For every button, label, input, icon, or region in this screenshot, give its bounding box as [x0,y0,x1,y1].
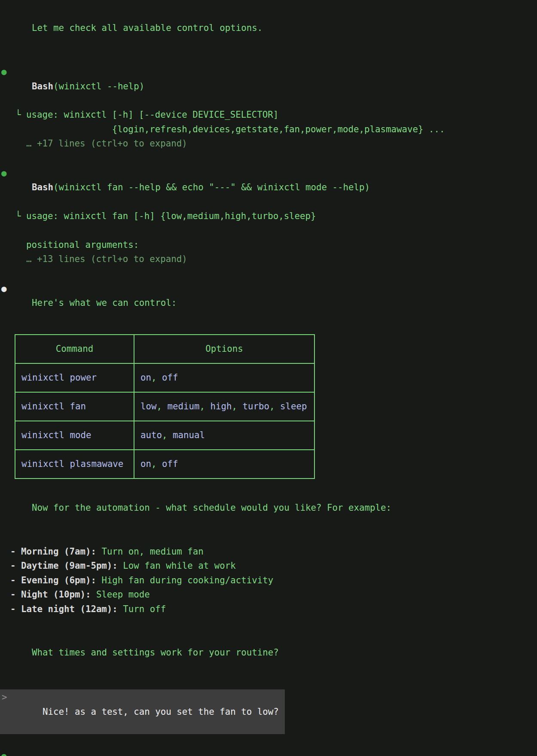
user-message-text: Nice! as a test, can you set the fan to … [43,707,279,717]
tool-bullet-icon: ● [1,166,7,180]
table-cell-command: winixctl power [15,363,134,392]
message-bullet-icon: ● [1,282,7,296]
table-row: winixctl plasmawaveon, off [15,450,314,479]
table-cell-options: on, off [134,363,314,392]
schedule-item: - Night (10pm): Sleep mode [0,588,537,602]
control-table-body: winixctl poweron, offwinixctl fanlow, me… [15,363,314,479]
tool-call-bash-fan-mode-help: ●Bash(winixctl fan --help && echo "---" … [0,166,537,209]
schedule-item: - Late night (12am): Turn off [0,602,537,616]
table-cell-options: on, off [134,450,314,479]
table-row: winixctl fanlow, medium, high, turbo, sl… [15,392,314,421]
schedule-desc: Low fan while at work [118,561,236,571]
table-header-command: Command [15,335,134,363]
assistant-message-control-heading: ●Here's what we can control: [0,282,537,325]
schedule-label: - Night (10pm): [10,589,91,600]
table-cell-options: auto, manual [134,421,314,450]
assistant-text: Here's what we can control: [32,298,177,308]
schedule-label: - Late night (12am): [10,604,118,614]
tool-bullet-icon: ● [1,749,7,756]
schedule-item: - Evening (6pm): High fan during cooking… [0,573,537,588]
tool-command: (winixctl --help) [53,81,144,91]
user-message-row: >Nice! as a test, can you set the fan to… [0,689,537,734]
control-table: Command Options winixctl poweron, offwin… [15,334,315,479]
schedule-desc: Sleep mode [91,589,150,600]
schedule-desc: Turn on, medium fan [96,546,204,557]
tool-bullet-icon: ● [1,65,7,79]
schedule-label: - Daytime (9am-5pm): [10,561,118,571]
schedule-item: - Morning (7am): Turn on, medium fan [0,545,537,559]
table-cell-command: winixctl plasmawave [15,450,134,479]
tool-name: Bash [32,81,53,91]
tool-output: └ usage: winixctl fan [-h] {low,medium,h… [0,209,537,252]
table-row: winixctl poweron, off [15,363,314,392]
output-expand-hint: … +17 lines (ctrl+o to expand) [0,137,537,151]
assistant-text: Now for the automation - what schedule w… [32,503,391,513]
user-prompt-icon: > [2,690,7,704]
schedule-item: - Daytime (9am-5pm): Low fan while at wo… [0,559,537,573]
table-cell-command: winixctl fan [15,392,134,421]
table-header-options: Options [134,335,314,363]
assistant-message-routine-question: What times and settings work for your ro… [0,631,537,674]
tool-call-bash-help: ●Bash(winixctl --help) [0,65,537,108]
schedule-list: - Morning (7am): Turn on, medium fan - D… [0,545,537,616]
schedule-label: - Morning (7am): [10,546,96,557]
tool-call-bash-fan-low: ●Bash(winixctl fan low) [0,749,537,756]
table-cell-options: low, medium, high, turbo, sleep [134,392,314,421]
tool-name: Bash [32,182,53,192]
schedule-desc: Turn off [118,604,166,614]
tool-command: (winixctl fan --help && echo "---" && wi… [53,182,370,192]
user-message: >Nice! as a test, can you set the fan to… [0,689,285,734]
terminal-transcript: Let me check all available control optio… [0,0,537,756]
assistant-text: What times and settings work for your ro… [32,647,279,658]
assistant-text: Let me check all available control optio… [32,23,262,33]
table-header-row: Command Options [15,335,314,363]
output-expand-hint: … +13 lines (ctrl+o to expand) [0,252,537,266]
assistant-message-intro: Let me check all available control optio… [0,7,537,50]
table-row: winixctl modeauto, manual [15,421,314,450]
schedule-desc: High fan during cooking/activity [96,575,273,585]
tool-output: └ usage: winixctl [-h] [--device DEVICE_… [0,108,537,137]
schedule-label: - Evening (6pm): [10,575,96,585]
table-cell-command: winixctl mode [15,421,134,450]
assistant-message-automation-prompt: Now for the automation - what schedule w… [0,487,537,530]
